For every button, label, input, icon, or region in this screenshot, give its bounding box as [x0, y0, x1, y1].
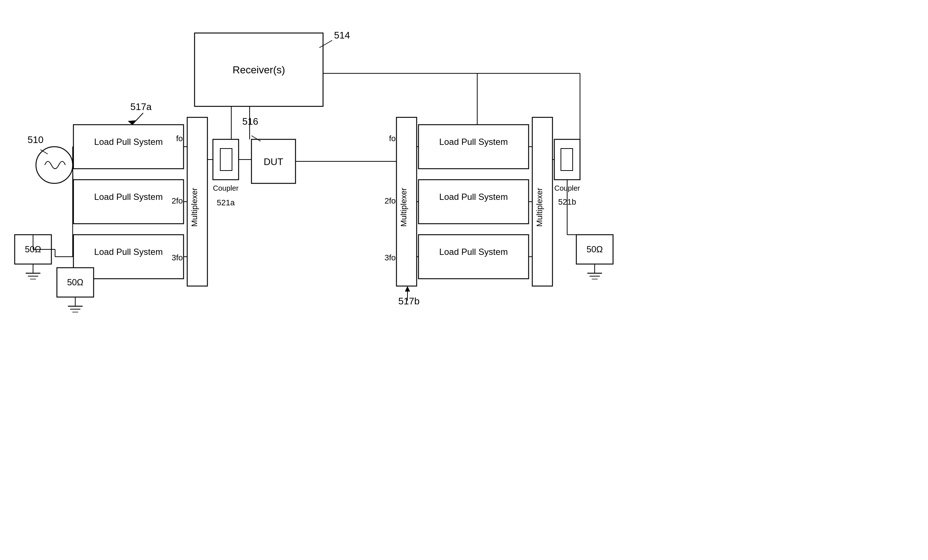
twofo-right-label: 2fo	[384, 196, 396, 205]
svg-point-3	[36, 147, 73, 183]
mux-right2-label: Multiplexer	[535, 188, 544, 227]
lps3-label: Load Pull System	[94, 247, 163, 257]
svg-rect-18	[418, 125, 529, 169]
ref-510: 510	[27, 134, 43, 145]
ref-514: 514	[334, 30, 350, 41]
svg-rect-23	[561, 149, 573, 170]
lps5-label: Load Pull System	[440, 192, 508, 202]
threefo-left-label: 3fo	[171, 253, 183, 262]
coupler-left-label: Coupler	[213, 184, 239, 192]
twofo-left-label: 2fo	[171, 196, 183, 205]
svg-rect-5	[73, 125, 183, 169]
fifty-ohm-3-label: 50Ω	[587, 244, 603, 254]
mux-left-label: Multiplexer	[190, 188, 199, 227]
mux-right-label: Multiplexer	[399, 188, 408, 227]
svg-rect-19	[418, 180, 529, 224]
svg-rect-0	[0, 0, 928, 560]
ref-521a: 521a	[217, 198, 235, 207]
svg-rect-14	[220, 149, 232, 170]
fifty-ohm-2-label: 50Ω	[67, 277, 84, 287]
ref-516: 516	[242, 116, 258, 127]
dut-label: DUT	[264, 156, 283, 167]
threefo-right-label: 3fo	[384, 253, 396, 262]
svg-rect-20	[418, 235, 529, 279]
lps1-label: Load Pull System	[94, 137, 163, 147]
fo-right-label: fo	[389, 134, 396, 143]
ref-517b: 517b	[398, 295, 420, 307]
svg-rect-6	[73, 180, 183, 224]
lps4-label: Load Pull System	[440, 137, 508, 147]
receiver-label: Receiver(s)	[232, 64, 285, 76]
fo-left-label: fo	[176, 134, 183, 143]
ref-517a: 517a	[130, 101, 152, 112]
lps6-label: Load Pull System	[440, 247, 508, 257]
lps2-label: Load Pull System	[94, 192, 163, 202]
